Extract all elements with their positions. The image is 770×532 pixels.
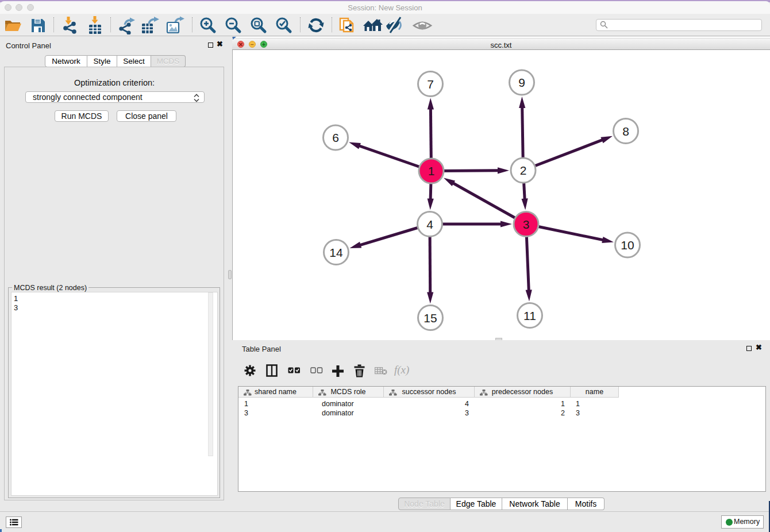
svg-text:1: 1 — [428, 164, 435, 178]
svg-text:4: 4 — [426, 218, 433, 231]
svg-text:8: 8 — [622, 125, 629, 138]
svg-text:14: 14 — [329, 246, 343, 259]
svg-text:7: 7 — [427, 78, 434, 91]
svg-text:11: 11 — [523, 309, 536, 322]
svg-text:10: 10 — [621, 238, 634, 252]
svg-text:15: 15 — [424, 311, 437, 325]
svg-text:2: 2 — [520, 164, 527, 177]
svg-text:9: 9 — [518, 76, 525, 89]
svg-text:3: 3 — [523, 218, 530, 231]
svg-text:6: 6 — [332, 131, 339, 144]
